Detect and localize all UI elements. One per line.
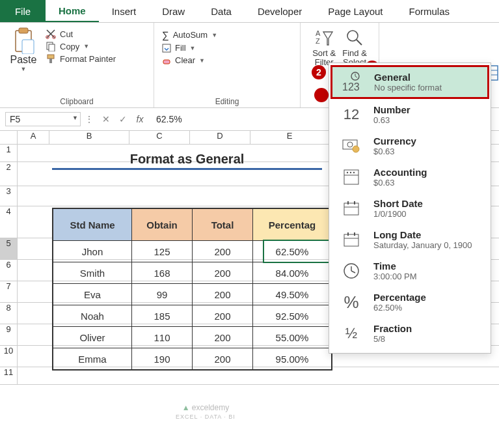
callout-2: 2	[312, 65, 326, 79]
svg-rect-1	[19, 28, 28, 33]
col-D[interactable]: D	[190, 131, 250, 144]
svg-text:A: A	[316, 29, 321, 37]
paste-label: Paste	[10, 54, 37, 66]
table-row[interactable]: Smith16820084.00%	[53, 262, 332, 284]
table-row[interactable]: Jhon12520062.50%	[53, 241, 332, 262]
row-9[interactable]: 9	[0, 324, 18, 345]
row-1[interactable]: 1	[0, 145, 18, 161]
fill-icon	[162, 44, 171, 53]
chevron-down-icon: ▼	[211, 32, 217, 38]
svg-point-13	[347, 31, 358, 41]
file-tab[interactable]: File	[0, 0, 46, 22]
row-2[interactable]: 2	[0, 162, 18, 186]
tab-formulas[interactable]: Formulas	[396, 0, 463, 22]
accounting-icon	[338, 168, 364, 186]
svg-rect-6	[49, 44, 55, 51]
editing-group-label: Editing	[162, 96, 292, 106]
row-4[interactable]: 4	[0, 206, 18, 238]
table-row[interactable]: Noah18520092.50%	[53, 305, 332, 327]
format-long-date[interactable]: Long DateSaturday, January 0, 1900	[329, 224, 491, 255]
col-C[interactable]: C	[129, 131, 190, 144]
col-E[interactable]: E	[250, 131, 329, 144]
table-row[interactable]: Emma19020095.00%	[53, 348, 332, 371]
tab-developer[interactable]: Developer	[245, 0, 315, 22]
svg-rect-9	[163, 44, 170, 52]
data-table: Std Name Obtain Total Percentag Jhon1252…	[52, 208, 332, 371]
header-name: Std Name	[53, 208, 132, 241]
paste-button[interactable]: Paste ▼	[8, 27, 39, 72]
tab-page-layout[interactable]: Page Layout	[315, 0, 396, 22]
format-time[interactable]: Time3:00:00 PM	[329, 255, 491, 287]
calendar-icon	[338, 231, 364, 249]
chevron-down-icon: ▼	[21, 66, 27, 72]
watermark: ▲ exceldemy EXCEL · DATA · BI	[176, 404, 236, 421]
fb-dots-icon[interactable]: ⋮	[81, 114, 98, 124]
row-3[interactable]: 3	[0, 186, 18, 206]
name-box[interactable]: F5 ▼	[5, 112, 81, 126]
number-icon: 12	[338, 106, 364, 123]
format-short-date[interactable]: Short Date1/0/1900	[329, 193, 491, 224]
formula-value[interactable]: 62.5%	[148, 114, 182, 124]
autosum-button[interactable]: ∑ AutoSum ▼	[162, 29, 217, 40]
paste-icon	[12, 27, 35, 54]
chevron-down-icon: ▼	[83, 43, 89, 49]
format-general[interactable]: 123 GeneralNo specific format	[330, 65, 489, 99]
funnel-icon: AZ	[314, 28, 334, 48]
row-8[interactable]: 8	[0, 303, 18, 324]
row-7[interactable]: 7	[0, 281, 18, 302]
tab-draw[interactable]: Draw	[149, 0, 198, 22]
svg-line-14	[357, 40, 362, 45]
tab-home[interactable]: Home	[46, 0, 99, 22]
currency-icon	[338, 137, 364, 154]
scissors-icon	[46, 29, 56, 39]
format-painter-button[interactable]: Format Painter	[46, 53, 116, 64]
copy-button[interactable]: Copy ▼	[46, 41, 116, 51]
svg-text:Z: Z	[316, 37, 320, 45]
table-row[interactable]: Oliver11020055.00%	[53, 327, 332, 348]
format-percentage[interactable]: % Percentage62.50%	[329, 287, 491, 318]
row-6[interactable]: 6	[0, 260, 18, 281]
confirm-icon[interactable]: ✓	[115, 114, 131, 124]
percent-icon: %	[338, 292, 364, 313]
svg-rect-7	[47, 55, 54, 59]
group-clipboard: Paste ▼ Cut Copy ▼ Format Pain	[0, 23, 154, 107]
svg-rect-10	[163, 60, 170, 64]
row-11[interactable]: 11	[0, 367, 18, 384]
format-currency[interactable]: Currency$0.63	[329, 130, 491, 161]
name-box-value: F5	[10, 114, 20, 124]
cancel-icon[interactable]: ✕	[98, 114, 115, 124]
general-icon: 123	[339, 71, 365, 93]
fx-icon[interactable]: fx	[131, 114, 148, 124]
magnifier-icon	[345, 29, 364, 47]
fill-button[interactable]: Fill ▼	[162, 43, 217, 53]
row-10[interactable]: 10	[0, 346, 18, 367]
format-number[interactable]: 12 Number0.63	[329, 99, 491, 130]
format-painter-label: Format Painter	[60, 54, 116, 64]
header-total: Total	[193, 208, 253, 241]
svg-rect-2	[22, 40, 34, 54]
sheet-title: Format as General	[52, 152, 322, 170]
copy-icon	[46, 41, 56, 51]
header-pct: Percentag	[253, 208, 332, 241]
row-5[interactable]: 5	[0, 238, 18, 259]
number-format-dropdown: 123 GeneralNo specific format 12 Number0…	[329, 63, 491, 354]
format-fraction[interactable]: ½ Fraction5/8	[329, 318, 491, 349]
svg-rect-34	[344, 234, 358, 246]
col-B[interactable]: B	[49, 131, 129, 144]
fraction-icon: ½	[338, 325, 364, 342]
fill-label: Fill	[175, 43, 186, 53]
svg-point-29	[353, 172, 355, 173]
eraser-icon	[162, 56, 171, 65]
cut-button[interactable]: Cut	[46, 29, 116, 39]
calendar-icon	[338, 199, 364, 217]
clear-label: Clear	[175, 55, 195, 65]
table-row[interactable]: Eva9920049.50%	[53, 284, 332, 305]
clock-icon	[338, 262, 364, 280]
tab-insert[interactable]: Insert	[99, 0, 150, 22]
menubar: File Home Insert Draw Data Developer Pag…	[0, 0, 499, 23]
svg-point-23	[347, 142, 353, 147]
format-accounting[interactable]: Accounting$0.63	[329, 161, 491, 193]
tab-data[interactable]: Data	[198, 0, 245, 22]
col-A[interactable]: A	[18, 131, 49, 144]
clear-button[interactable]: Clear ▼	[162, 55, 217, 65]
